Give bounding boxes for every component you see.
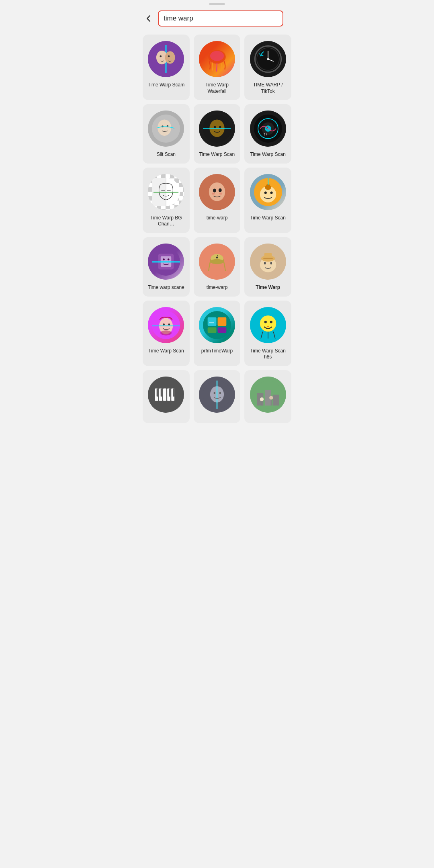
- thumbnail-time-warp-scan-1: [199, 111, 235, 147]
- svg-point-71: [160, 330, 172, 335]
- svg-point-43: [264, 191, 266, 194]
- thumbnail-time-warp-bg: [148, 174, 184, 210]
- grid-item-time-warp-bg[interactable]: Time Warp BG Chan…: [143, 168, 190, 233]
- item-label-time-warp-scan-h8s: Time Warp Scan h8s: [248, 348, 288, 360]
- thumbnail-partial-2: [199, 377, 235, 413]
- svg-rect-83: [267, 326, 269, 327]
- thumbnail-time-warp-scane: [148, 244, 184, 280]
- svg-rect-90: [163, 388, 166, 401]
- search-input[interactable]: [164, 14, 278, 23]
- item-label-time-warp-anim: time-warp: [207, 215, 228, 221]
- svg-rect-22: [203, 128, 231, 129]
- item-label-time-warp-scan-4: Time Warp Scan: [148, 348, 184, 354]
- thumbnail-time-warp-tiktok: [250, 41, 286, 77]
- svg-rect-47: [268, 178, 268, 185]
- svg-rect-93: [157, 388, 159, 396]
- svg-rect-70: [152, 325, 180, 326]
- item-label-prfm-time-warp: prfmTimeWarp: [201, 348, 233, 354]
- grid-item-prfm-time-warp[interactable]: prfmTimeWarp: [194, 301, 241, 366]
- svg-point-20: [214, 126, 216, 128]
- thumbnail-time-warp-bold: [250, 244, 286, 280]
- svg-rect-77: [209, 322, 214, 323]
- svg-rect-74: [218, 317, 227, 326]
- svg-point-52: [163, 258, 165, 260]
- item-label-time-warp-bold: Time Warp: [256, 285, 280, 291]
- svg-point-81: [264, 321, 266, 323]
- svg-rect-99: [216, 381, 217, 409]
- grid-item-time-warp-waterfall[interactable]: Time Warp Waterfall: [194, 35, 241, 100]
- svg-point-8: [210, 51, 224, 61]
- svg-rect-73: [208, 317, 217, 326]
- header: [139, 6, 295, 31]
- svg-point-4: [160, 55, 162, 57]
- thumbnail-time-warp-scam: [148, 41, 184, 77]
- svg-rect-96: [173, 388, 175, 396]
- grid-item-time-warp-bold[interactable]: Time Warp: [244, 237, 291, 297]
- grid-item-partial-3[interactable]: [244, 370, 291, 423]
- grid-item-time-warp-anim[interactable]: time-warp: [194, 168, 241, 233]
- grid-item-partial-2[interactable]: [194, 370, 241, 423]
- thumbnail-partial-1: [148, 377, 184, 413]
- drag-handle: [139, 0, 295, 6]
- svg-point-82: [270, 321, 272, 323]
- svg-point-38: [219, 188, 222, 192]
- svg-point-44: [270, 191, 272, 194]
- item-label-time-warp-scan-2: Time Warp Scan: [250, 151, 285, 158]
- svg-point-36: [209, 182, 225, 201]
- svg-point-53: [168, 258, 170, 260]
- back-button[interactable]: [143, 12, 155, 25]
- search-box[interactable]: [158, 10, 283, 27]
- svg-point-68: [163, 323, 165, 326]
- item-label-time-warp-scam: Time Warp Scam: [147, 82, 184, 88]
- thumbnail-time-warp-waterfall: [199, 41, 235, 77]
- grid-item-time-warp-scan-3[interactable]: Time Warp Scan: [244, 168, 291, 233]
- clear-button[interactable]: [287, 17, 290, 20]
- item-label-time-warp-scan-1: Time Warp Scan: [199, 151, 235, 158]
- grid-item-time-warp-scane[interactable]: Time warp scane: [143, 237, 190, 297]
- grid-item-time-warp-scan-h8s[interactable]: Time Warp Scan h8s: [244, 301, 291, 366]
- thumbnail-partial-3: [250, 377, 286, 413]
- grid-item-time-warp-scan-1[interactable]: Time Warp Scan: [194, 104, 241, 164]
- svg-point-3: [165, 51, 175, 64]
- svg-point-21: [219, 126, 221, 128]
- svg-rect-75: [208, 327, 217, 333]
- svg-text:?!: ?!: [263, 133, 268, 137]
- grid-item-slit-scan[interactable]: Slit Scan: [143, 104, 190, 164]
- grid-item-time-warp-scam[interactable]: Time Warp Scam: [143, 35, 190, 100]
- svg-point-56: [210, 259, 224, 264]
- svg-rect-65: [263, 258, 272, 259]
- grid-item-partial-1[interactable]: [143, 370, 190, 423]
- svg-point-80: [260, 315, 276, 331]
- thumbnail-time-warp-scan-3: [250, 174, 286, 210]
- svg-rect-95: [169, 388, 171, 396]
- item-label-time-warp-waterfall: Time Warp Waterfall: [197, 82, 237, 94]
- svg-rect-94: [161, 388, 163, 396]
- svg-point-40: [219, 192, 222, 194]
- grid-item-time-warp-anim2[interactable]: time-warp: [194, 237, 241, 297]
- svg-point-107: [269, 396, 273, 399]
- svg-point-69: [168, 323, 170, 326]
- svg-point-57: [216, 257, 218, 259]
- svg-point-100: [213, 392, 215, 394]
- svg-point-15: [158, 120, 171, 136]
- svg-point-101: [219, 392, 221, 394]
- grid-item-time-warp-scan-4[interactable]: Time Warp Scan: [143, 301, 190, 366]
- svg-point-37: [213, 188, 216, 192]
- svg-point-106: [260, 397, 263, 401]
- svg-rect-76: [218, 327, 227, 333]
- thumbnail-prfm-time-warp: [199, 307, 235, 343]
- item-label-time-warp-tiktok: TIME WARP / TikTok: [248, 82, 288, 94]
- svg-rect-51: [152, 261, 180, 262]
- thumbnail-slit-scan: [148, 111, 184, 147]
- thumbnail-time-warp-anim: [199, 174, 235, 210]
- svg-point-39: [212, 192, 215, 194]
- grid-item-time-warp-tiktok[interactable]: TIME WARP / TikTok: [244, 35, 291, 100]
- grid-item-time-warp-scan-2[interactable]: ?! Time Warp Scan: [244, 104, 291, 164]
- svg-rect-34: [154, 192, 178, 192]
- item-label-time-warp-scan-3: Time Warp Scan: [250, 215, 285, 221]
- item-label-slit-scan: Slit Scan: [157, 151, 176, 158]
- svg-rect-105: [272, 395, 279, 405]
- item-label-time-warp-scane: Time warp scane: [148, 285, 184, 291]
- item-label-time-warp-anim2: time-warp: [207, 285, 228, 291]
- thumbnail-time-warp-anim2: [199, 244, 235, 280]
